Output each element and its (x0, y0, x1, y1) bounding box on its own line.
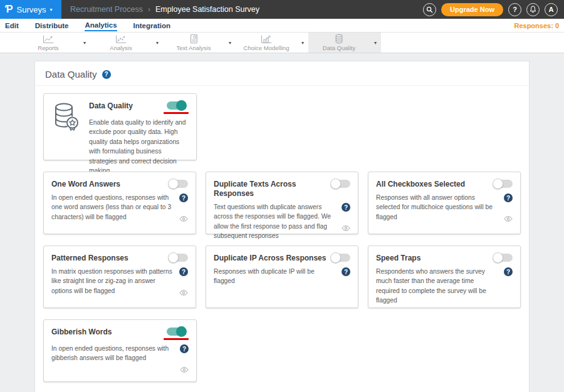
text-analysis-icon (189, 34, 199, 44)
topbar-actions: Upgrade Now ? A (423, 0, 564, 19)
card-description: In open ended questions, responses with … (51, 193, 174, 222)
breadcrumb: Recruitment Process › Employee Satisfact… (61, 0, 259, 19)
breadcrumb-current: Employee Satisfaction Survey (155, 5, 259, 14)
help-icon[interactable]: ? (179, 267, 188, 276)
card-row-4: Gibberish Words In open ended questions,… (43, 319, 521, 382)
card-description: Enable data quality to identify and excl… (89, 118, 189, 176)
nav-edit[interactable]: Edit (5, 20, 19, 31)
duplicate-ip-toggle[interactable] (332, 254, 350, 262)
eye-icon[interactable] (504, 216, 513, 222)
bell-icon (530, 6, 536, 13)
help-icon[interactable]: ? (180, 344, 189, 353)
card-title: Duplicate IP Across Responses (214, 254, 326, 263)
surveys-menu[interactable]: Ƥ Surveys ▾ (0, 0, 61, 19)
card-one-word-answers: One Word Answers In open ended questions… (43, 172, 196, 234)
help-button[interactable]: ? (508, 3, 521, 16)
notifications-button[interactable] (526, 3, 540, 16)
chevron-down-icon[interactable]: ▾ (297, 40, 308, 46)
main-content: Data Quality ? (0, 53, 564, 392)
chevron-down-icon[interactable]: ▾ (79, 40, 90, 46)
nav-analytics[interactable]: Analytics (85, 19, 117, 31)
database-badge-icon (51, 101, 80, 176)
chevron-down-icon[interactable]: ▾ (152, 40, 163, 46)
help-icon[interactable]: ? (179, 193, 188, 202)
card-gibberish-words: Gibberish Words In open ended questions,… (43, 319, 197, 382)
responses-count[interactable]: Responses: 0 (514, 22, 559, 29)
search-button[interactable] (423, 3, 436, 16)
avatar[interactable]: A (545, 3, 558, 16)
panel-header: Data Quality ? (35, 61, 529, 86)
card-row-1: Data Quality Enable data quality to iden… (43, 93, 521, 160)
breadcrumb-parent[interactable]: Recruitment Process (70, 5, 143, 14)
patterned-responses-toggle[interactable] (169, 254, 188, 262)
breadcrumb-separator-icon: › (148, 5, 150, 14)
top-bar: Ƥ Surveys ▾ Recruitment Process › Employ… (0, 0, 564, 19)
card-title: All Checkboxes Selected (376, 180, 465, 189)
questionpro-logo-icon: Ƥ (5, 4, 13, 14)
gibberish-words-toggle[interactable] (167, 328, 185, 336)
card-title: One Word Answers (51, 180, 120, 189)
data-quality-icon (334, 34, 344, 44)
choice-modelling-icon (260, 34, 273, 44)
duplicate-texts-toggle[interactable] (332, 180, 350, 188)
card-description: In open ended questions, responses with … (51, 344, 175, 373)
help-icon[interactable]: ? (342, 203, 350, 212)
card-row-3: Patterned Responses In matrix question r… (43, 245, 521, 308)
card-title: Data Quality (89, 101, 133, 111)
help-icon[interactable]: ? (504, 267, 513, 276)
help-icon[interactable]: ? (342, 267, 350, 276)
panel-body: Data Quality Enable data quality to iden… (35, 86, 529, 392)
card-description: Text questions with duplicate answers ac… (214, 202, 337, 241)
card-duplicate-ip: Duplicate IP Across Responses Responses … (206, 245, 358, 308)
card-all-checkboxes: All Checkboxes Selected Responses with a… (368, 172, 521, 234)
eye-icon[interactable] (342, 225, 350, 231)
product-name: Surveys (17, 5, 46, 14)
eye-icon[interactable] (179, 216, 188, 222)
card-description: In matrix question responses with patter… (51, 267, 174, 296)
card-title: Patterned Responses (51, 254, 128, 263)
analytics-toolbar: Reports ▾ Analysis ▾ Text Analysis ▾ Cho… (0, 33, 564, 53)
chevron-down-icon[interactable]: ▾ (224, 40, 236, 46)
card-speed-traps: Speed Traps Respondents who answers the … (368, 245, 521, 308)
card-row-2: One Word Answers In open ended questions… (43, 172, 521, 234)
eye-icon[interactable] (180, 367, 189, 373)
data-quality-panel: Data Quality ? (34, 61, 530, 392)
reports-icon (42, 34, 55, 44)
card-title: Speed Traps (376, 254, 420, 263)
card-description: Responses with all answer options select… (376, 193, 499, 222)
data-quality-toggle[interactable] (167, 101, 185, 110)
card-title: Gibberish Words (51, 328, 112, 337)
card-description: Responses with duplicate IP will be flag… (214, 267, 337, 286)
card-patterned-responses: Patterned Responses In matrix question r… (43, 245, 196, 308)
nav-distribute[interactable]: Distribute (35, 20, 69, 31)
search-icon (426, 6, 433, 13)
card-description: Respondents who answers the survey much … (376, 267, 499, 306)
all-checkboxes-toggle[interactable] (494, 180, 513, 188)
card-duplicate-texts: Duplicate Texts Across Responses Text qu… (206, 172, 358, 234)
help-icon[interactable]: ? (504, 193, 513, 202)
one-word-answers-toggle[interactable] (169, 180, 188, 188)
speed-traps-toggle[interactable] (494, 254, 513, 262)
nav-integration[interactable]: Integration (133, 20, 170, 31)
chevron-down-icon[interactable]: ▾ (370, 40, 381, 46)
tab-reports[interactable]: Reports ▾ (18, 33, 90, 53)
tab-text-analysis[interactable]: Text Analysis ▾ (163, 33, 236, 53)
eye-icon[interactable] (179, 290, 188, 296)
page-title: Data Quality (45, 69, 97, 80)
tab-data-quality[interactable]: Data Quality ▾ (308, 33, 381, 53)
tab-analysis[interactable]: Analysis ▾ (90, 33, 163, 53)
card-title: Duplicate Texts Across Responses (214, 180, 308, 199)
card-data-quality-master: Data Quality Enable data quality to iden… (43, 93, 197, 160)
tab-choice-modelling[interactable]: Choice Modelling ▾ (236, 33, 308, 53)
chevron-down-icon: ▾ (50, 7, 52, 13)
red-annotation-line (164, 338, 189, 340)
analysis-icon (115, 34, 127, 44)
survey-nav: Edit Distribute Analytics Integration Re… (0, 19, 564, 33)
red-annotation-line (164, 112, 189, 114)
upgrade-now-button[interactable]: Upgrade Now (441, 3, 503, 16)
help-icon[interactable]: ? (102, 70, 111, 79)
